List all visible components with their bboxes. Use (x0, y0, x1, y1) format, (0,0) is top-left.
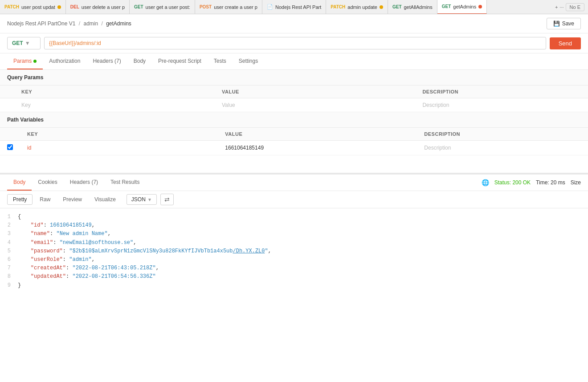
tab-params-label: Params (13, 58, 32, 64)
tab-headers[interactable]: Headers (7) (86, 53, 127, 69)
tab-label: Nodejs Rest API Part (275, 4, 321, 10)
breadcrumb: Nodejs Rest API PartOne V1 / admin / get… (7, 20, 131, 27)
status-badge: Status: 200 OK (494, 179, 531, 186)
tab-dot (57, 5, 61, 9)
col-description: DESCRIPTION (415, 85, 588, 98)
breadcrumb-bar: Nodejs Rest API PartOne V1 / admin / get… (0, 14, 588, 33)
line-content-1: { (18, 213, 588, 221)
json-format-select[interactable]: JSON ▼ (127, 194, 157, 205)
code-line-3: 3 "name": "New admin Name", (0, 230, 588, 238)
code-line-4: 4 "email": "newEmail@softhouse.se", (0, 239, 588, 247)
resp-tab-body[interactable]: Body (7, 175, 32, 191)
line-num-5: 5 (0, 247, 18, 256)
method-patch-badge: PATCH (331, 4, 345, 9)
tab-dot-red (478, 5, 482, 8)
tab-authorization[interactable]: Authorization (43, 53, 86, 69)
tab-label: getAdmins (453, 4, 476, 9)
save-label: Save (562, 20, 574, 27)
send-button[interactable]: Send (550, 37, 581, 49)
col-key: KEY (14, 85, 215, 98)
tab-nodejs-rest-api[interactable]: 📄 Nodejs Rest API Part (262, 0, 326, 14)
line-num-4: 4 (0, 239, 18, 247)
col-description: DESCRIPTION (417, 128, 588, 141)
format-pretty[interactable]: Pretty (7, 194, 33, 205)
tab-body[interactable]: Body (127, 53, 152, 69)
format-preview[interactable]: Preview (57, 195, 87, 204)
spacer (0, 155, 588, 173)
tab-get-user-get[interactable]: GET user get a user post: (130, 0, 195, 14)
resp-tab-cookies[interactable]: Cookies (32, 175, 63, 191)
value-placeholder[interactable]: Value (215, 98, 415, 112)
col-checkbox (0, 85, 14, 98)
add-tab-button[interactable]: + (555, 4, 558, 10)
resp-tab-test-results[interactable]: Test Results (104, 175, 146, 191)
url-input[interactable] (44, 37, 546, 49)
row-checkbox-cell (0, 141, 20, 155)
line-content-5: "password": "$2b$10$aLmXrvSprN1zGmcVlSNy… (18, 247, 588, 256)
line-num-9: 9 (0, 281, 18, 290)
method-select[interactable]: GET ▼ (7, 37, 41, 49)
no-env-label[interactable]: No E (566, 3, 584, 11)
body-format-bar: Pretty Raw Preview Visualize JSON ▼ ⇄ (0, 191, 588, 208)
resp-tab-headers[interactable]: Headers (7) (64, 175, 104, 191)
query-param-empty-row: Key Value Description (0, 98, 588, 112)
line-num-6: 6 (0, 256, 18, 264)
format-visualize[interactable]: Visualize (89, 195, 121, 204)
tab-del-user-delete[interactable]: DEL user delete a user p (66, 0, 130, 14)
tab-settings-label: Settings (239, 58, 258, 64)
wrap-button[interactable]: ⇄ (160, 194, 174, 205)
path-variables-table: KEY VALUE DESCRIPTION id 1661064185149 D… (0, 128, 588, 155)
method-get-badge: GET (442, 4, 451, 9)
line-num-3: 3 (0, 230, 18, 238)
breadcrumb-part2[interactable]: admin (83, 20, 98, 27)
json-label: JSON (131, 196, 146, 203)
breadcrumb-current: getAdmins (106, 20, 131, 27)
tab-bar-actions: + ··· No E (555, 3, 588, 11)
method-get-badge: GET (392, 4, 402, 9)
desc-placeholder[interactable]: Description (415, 98, 588, 112)
method-del-badge: DEL (70, 4, 79, 9)
tab-label: getAllAdmins (404, 4, 433, 10)
breadcrumb-sep2: / (101, 20, 102, 27)
request-bar: GET ▼ Send (0, 33, 588, 53)
line-num-2: 2 (0, 221, 18, 230)
response-tabs: Body Cookies Headers (7) Test Results 🌐 … (0, 175, 588, 191)
key-placeholder[interactable]: Key (14, 98, 215, 112)
globe-icon: 🌐 (482, 179, 489, 186)
format-raw[interactable]: Raw (34, 195, 56, 204)
path-var-row: id 1661064185149 Description (0, 141, 588, 155)
code-line-8: 8 "updatedAt": "2022-08-21T06:54:56.336Z… (0, 272, 588, 281)
tab-get-admins[interactable]: GET getAdmins (437, 0, 487, 14)
line-num-7: 7 (0, 264, 18, 272)
row-checkbox-cell (0, 98, 14, 112)
tab-post-user-create[interactable]: POST user create a user p (195, 0, 262, 14)
tab-params[interactable]: Params (7, 53, 43, 69)
line-content-3: "name": "New admin Name", (18, 230, 588, 238)
row-checkbox[interactable] (7, 144, 13, 150)
tab-get-all-admins[interactable]: GET getAllAdmins (388, 0, 437, 14)
chevron-down-icon: ▼ (147, 197, 152, 202)
tab-headers-label: Headers (7) (93, 58, 121, 64)
tab-settings[interactable]: Settings (233, 53, 264, 69)
save-button[interactable]: 💾 Save (547, 18, 581, 29)
req-tabs: Params Authorization Headers (7) Body Pr… (0, 53, 588, 70)
tab-pre-request[interactable]: Pre-request Script (152, 53, 208, 69)
col-checkbox (0, 128, 20, 141)
tab-tests-label: Tests (214, 58, 226, 64)
code-viewer: 1 { 2 "id": 1661064185149, 3 "name": "Ne… (0, 208, 588, 294)
response-panel: Body Cookies Headers (7) Test Results 🌐 … (0, 173, 588, 294)
breadcrumb-part1[interactable]: Nodejs Rest API PartOne V1 (7, 20, 75, 27)
line-content-7: "createdAt": "2022-08-21T06:43:05.218Z", (18, 264, 588, 272)
tab-dot (380, 5, 383, 9)
more-tabs-button[interactable]: ··· (559, 4, 564, 10)
path-var-value[interactable]: 1661064185149 (218, 141, 417, 155)
path-var-desc[interactable]: Description (417, 141, 588, 155)
line-content-2: "id": 1661064185149, (18, 221, 588, 230)
path-var-key[interactable]: id (20, 141, 218, 155)
query-params-title: Query Params (0, 70, 588, 85)
tab-tests[interactable]: Tests (208, 53, 233, 69)
tab-label: admin update (347, 4, 377, 10)
tab-patch-user-post-updat[interactable]: PATCH user post updat (0, 0, 66, 14)
tab-patch-admin-update[interactable]: PATCH admin update (326, 0, 388, 14)
tab-label: user delete a user p (82, 4, 125, 10)
